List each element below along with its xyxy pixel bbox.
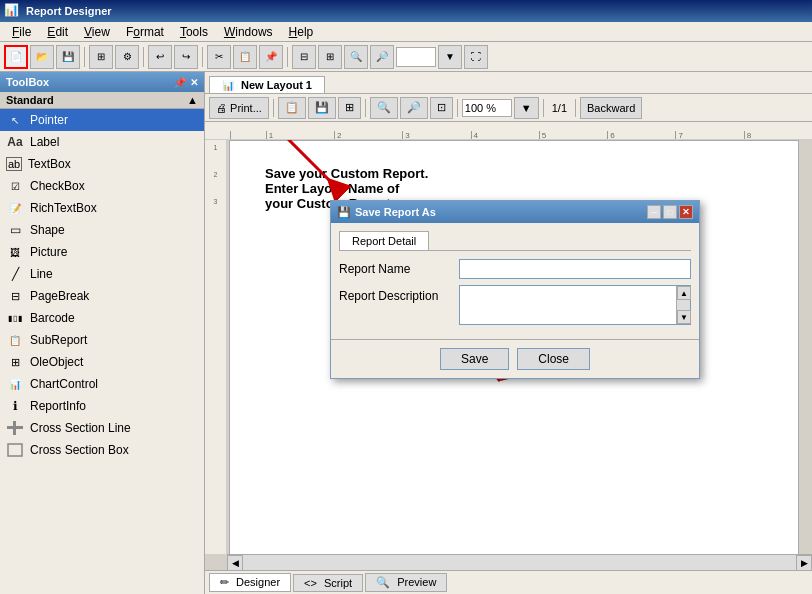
align-btn[interactable]: ⊟ bbox=[292, 45, 316, 69]
new-btn[interactable]: 📄 bbox=[4, 45, 28, 69]
shape-icon: ▭ bbox=[6, 221, 24, 239]
h-scrollbar[interactable]: ◀ ▶ bbox=[227, 554, 812, 570]
toolbox-item-label[interactable]: Aa Label bbox=[0, 131, 204, 153]
hscroll-right-btn[interactable]: ▶ bbox=[796, 555, 812, 570]
tab-preview-label: Preview bbox=[397, 576, 436, 588]
toolbox-item-shape[interactable]: ▭ Shape bbox=[0, 219, 204, 241]
modal-maximize-btn[interactable]: □ bbox=[663, 205, 677, 219]
toolbox-label-crossline: Cross Section Line bbox=[30, 421, 131, 435]
toolbox-label-shape: Shape bbox=[30, 223, 65, 237]
report-desc-input[interactable] bbox=[460, 286, 676, 324]
sec-zoom-dropdown[interactable]: ▼ bbox=[514, 97, 539, 119]
st-zoom1[interactable]: 🔍 bbox=[370, 97, 398, 119]
toolbox-label-line: Line bbox=[30, 267, 53, 281]
fullscreen-btn[interactable]: ⛶ bbox=[464, 45, 488, 69]
richtextbox-icon: 📝 bbox=[6, 199, 24, 217]
toolbox-pin-btn[interactable]: 📌 bbox=[174, 77, 186, 88]
sep4 bbox=[287, 47, 288, 67]
scroll-down-btn[interactable]: ▼ bbox=[677, 310, 691, 324]
zoom-input[interactable]: 100 bbox=[396, 47, 436, 67]
cut-btn[interactable]: ✂ bbox=[207, 45, 231, 69]
paste-btn[interactable]: 📌 bbox=[259, 45, 283, 69]
toolbox-item-oleobject[interactable]: ⊞ OleObject bbox=[0, 351, 204, 373]
bottom-tabs: ✏ Designer <> Script 🔍 Preview bbox=[205, 570, 812, 594]
toolbox-item-line[interactable]: ╱ Line bbox=[0, 263, 204, 285]
zoom-out-btn[interactable]: 🔍 bbox=[344, 45, 368, 69]
zoom-dropdown[interactable]: ▼ bbox=[438, 45, 462, 69]
horizontal-ruler: 1 2 3 4 5 6 7 8 bbox=[205, 122, 812, 140]
modal-save-btn[interactable]: Save bbox=[440, 348, 509, 370]
app-title: Report Designer bbox=[26, 5, 112, 17]
menu-help[interactable]: Help bbox=[281, 23, 322, 41]
toolbox-item-barcode[interactable]: ▮▯▮ Barcode bbox=[0, 307, 204, 329]
st-zoom3[interactable]: ⊡ bbox=[430, 97, 453, 119]
report-name-input[interactable] bbox=[459, 259, 691, 279]
menu-file[interactable]: File bbox=[4, 23, 39, 41]
toolbox-item-checkbox[interactable]: ☑ CheckBox bbox=[0, 175, 204, 197]
toolbox-item-pagebreak[interactable]: ⊟ PageBreak bbox=[0, 285, 204, 307]
toolbox-item-textbox[interactable]: ab TextBox bbox=[0, 153, 204, 175]
toolbox-label-checkbox: CheckBox bbox=[30, 179, 85, 193]
st-grid-btn[interactable]: ⊞ bbox=[338, 97, 361, 119]
modal-tab-report-detail[interactable]: Report Detail bbox=[339, 231, 429, 250]
tab-preview[interactable]: 🔍 Preview bbox=[365, 573, 447, 592]
rm8: 7 bbox=[675, 131, 743, 139]
secondary-toolbar: 🖨 Print... 📋 💾 ⊞ 🔍 🔎 ⊡ ▼ 1/1 Backward bbox=[205, 94, 812, 122]
toolbox-item-reportinfo[interactable]: ℹ ReportInfo bbox=[0, 395, 204, 417]
modal-close-btn[interactable]: ✕ bbox=[679, 205, 693, 219]
st-copy-btn[interactable]: 📋 bbox=[278, 97, 306, 119]
sep-st4 bbox=[543, 99, 544, 117]
print-btn[interactable]: 🖨 Print... bbox=[209, 97, 269, 119]
undo-btn[interactable]: ↩ bbox=[148, 45, 172, 69]
toolbox-item-crossbox[interactable]: Cross Section Box bbox=[0, 439, 204, 461]
toolbox-section-collapse[interactable]: ▲ bbox=[187, 94, 198, 106]
design-btn[interactable]: ⊞ bbox=[89, 45, 113, 69]
line-icon: ╱ bbox=[6, 265, 24, 283]
zoom-in-btn[interactable]: 🔎 bbox=[370, 45, 394, 69]
menu-windows[interactable]: Windows bbox=[216, 23, 281, 41]
menu-format[interactable]: Format bbox=[118, 23, 172, 41]
toolbox-item-crossline[interactable]: Cross Section Line bbox=[0, 417, 204, 439]
open-btn[interactable]: 📂 bbox=[30, 45, 54, 69]
toolbox-item-pointer[interactable]: Pointer bbox=[0, 109, 204, 131]
toolbox-label-label: Label bbox=[30, 135, 59, 149]
backward-btn[interactable]: Backward bbox=[580, 97, 642, 119]
st-zoom2[interactable]: 🔎 bbox=[400, 97, 428, 119]
modal-close-footer-btn[interactable]: Close bbox=[517, 348, 590, 370]
save-btn[interactable]: 💾 bbox=[56, 45, 80, 69]
vertical-ruler: 123 bbox=[205, 140, 227, 554]
modal-title-text: Save Report As bbox=[355, 206, 436, 218]
rm9: 8 bbox=[744, 131, 812, 139]
sec-zoom-input[interactable] bbox=[462, 99, 512, 117]
label-icon: Aa bbox=[6, 133, 24, 151]
toolbox-panel: ToolBox 📌 ✕ Standard ▲ Pointer Aa Label … bbox=[0, 72, 205, 594]
toolbox-item-picture[interactable]: 🖼 Picture bbox=[0, 241, 204, 263]
menu-view[interactable]: View bbox=[76, 23, 118, 41]
tab-script[interactable]: <> Script bbox=[293, 574, 363, 592]
toolbox-item-chartcontrol[interactable]: 📊 ChartControl bbox=[0, 373, 204, 395]
hscroll-left-btn[interactable]: ◀ bbox=[227, 555, 243, 570]
crossline-icon bbox=[6, 419, 24, 437]
modal-title-bar: 💾 Save Report As ─ □ ✕ bbox=[331, 201, 699, 223]
modal-tab-label: Report Detail bbox=[352, 235, 416, 247]
modal-minimize-btn[interactable]: ─ bbox=[647, 205, 661, 219]
st-saveas-btn[interactable]: 💾 bbox=[308, 97, 336, 119]
arrow-up bbox=[235, 140, 365, 196]
settings-btn[interactable]: ⚙ bbox=[115, 45, 139, 69]
grid-btn[interactable]: ⊞ bbox=[318, 45, 342, 69]
menu-tools[interactable]: Tools bbox=[172, 23, 216, 41]
toolbox-close-btn[interactable]: ✕ bbox=[190, 77, 198, 88]
ruler-marks: 1 2 3 4 5 6 7 8 bbox=[205, 122, 812, 139]
toolbox-item-subreport[interactable]: 📋 SubReport bbox=[0, 329, 204, 351]
sep-st5 bbox=[575, 99, 576, 117]
modal-tabs: Report Detail bbox=[339, 231, 691, 251]
redo-btn[interactable]: ↪ bbox=[174, 45, 198, 69]
toolbox-label-picture: Picture bbox=[30, 245, 67, 259]
toolbox-item-richtextbox[interactable]: 📝 RichTextBox bbox=[0, 197, 204, 219]
copy-btn[interactable]: 📋 bbox=[233, 45, 257, 69]
tab-designer[interactable]: ✏ Designer bbox=[209, 573, 291, 592]
layout-tab-new[interactable]: 📊 New Layout 1 bbox=[209, 76, 325, 93]
rm6: 5 bbox=[539, 131, 607, 139]
menu-edit[interactable]: Edit bbox=[39, 23, 76, 41]
scroll-up-btn[interactable]: ▲ bbox=[677, 286, 691, 300]
